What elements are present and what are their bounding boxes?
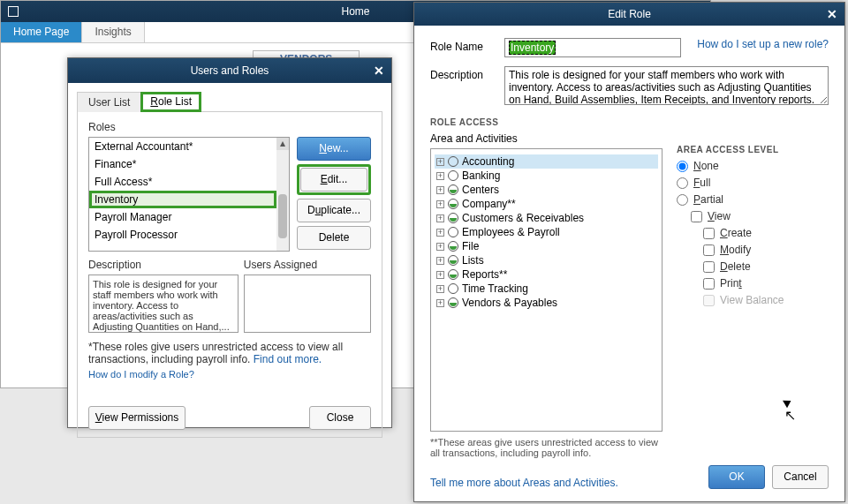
- access-indicator-icon: [448, 269, 458, 280]
- expand-icon[interactable]: +: [436, 257, 444, 265]
- list-item[interactable]: Payroll Processor: [89, 226, 276, 244]
- expand-icon[interactable]: +: [436, 229, 444, 237]
- tree-item[interactable]: +Time Tracking: [435, 282, 658, 296]
- close-button[interactable]: Close: [309, 406, 371, 430]
- access-indicator-icon: [448, 255, 458, 266]
- view-permissions-button[interactable]: View Permissions: [88, 406, 186, 430]
- check-view-balance: View Balance: [703, 294, 829, 306]
- tree-item[interactable]: +Employees & Payroll: [435, 225, 658, 239]
- role-buttons: New... Edit... Duplicate... Delete: [297, 137, 371, 252]
- role-name-label: Role Name: [430, 38, 496, 53]
- tree-item-label: Time Tracking: [462, 282, 528, 295]
- radio-partial[interactable]: Partial: [677, 193, 829, 206]
- role-access-header: ROLE ACCESS: [430, 117, 829, 127]
- check-print[interactable]: Print: [703, 277, 829, 290]
- tree-item[interactable]: +Company**: [435, 197, 658, 211]
- close-icon[interactable]: ✕: [827, 7, 837, 21]
- ok-button[interactable]: OK: [708, 465, 765, 489]
- modify-role-link[interactable]: How do I modify a Role?: [88, 369, 371, 380]
- roles-label: Roles: [88, 121, 371, 133]
- expand-icon[interactable]: +: [436, 299, 444, 307]
- tree-item[interactable]: +File: [435, 239, 658, 253]
- scrollbar[interactable]: ▴: [276, 138, 289, 251]
- tab-home-page[interactable]: Home Page: [1, 22, 82, 42]
- users-assigned-list: [244, 275, 371, 333]
- check-modify[interactable]: Modify: [703, 244, 829, 256]
- tree-item[interactable]: +Reports**: [435, 267, 658, 282]
- find-out-more-link[interactable]: Find out more.: [254, 353, 322, 365]
- access-indicator-icon: [448, 241, 458, 252]
- tell-me-more-link[interactable]: Tell me more about Areas and Activities.: [430, 477, 618, 489]
- roles-note: *These roles give users unrestricted acc…: [88, 341, 371, 365]
- list-item[interactable]: Payroll Manager: [89, 208, 276, 226]
- access-level-header: AREA ACCESS LEVEL: [677, 145, 829, 154]
- check-create[interactable]: Create: [703, 227, 829, 239]
- expand-icon[interactable]: +: [436, 186, 444, 194]
- list-item[interactable]: Full Access*: [89, 173, 276, 191]
- role-name-input[interactable]: Inventory: [504, 38, 681, 57]
- edit-role-titlebar: Edit Role ✕: [414, 3, 844, 26]
- roles-listbox[interactable]: External Accountant* Finance* Full Acces…: [88, 137, 290, 252]
- tab-user-list[interactable]: User List: [77, 92, 141, 112]
- restore-icon[interactable]: [8, 6, 19, 17]
- check-view[interactable]: View: [691, 210, 829, 222]
- role-list-panel: Roles External Accountant* Finance* Full…: [77, 111, 382, 438]
- dialog-tabs: User List Role List: [77, 92, 382, 112]
- scroll-thumb[interactable]: [278, 194, 287, 238]
- cancel-button[interactable]: Cancel: [772, 465, 829, 489]
- edit-role-title: Edit Role: [608, 8, 651, 20]
- radio-full[interactable]: Full: [677, 177, 829, 189]
- new-button[interactable]: New...: [297, 137, 371, 161]
- description-input[interactable]: This role is designed for your staff mem…: [504, 66, 829, 105]
- expand-icon[interactable]: +: [436, 243, 444, 251]
- tree-note: **These areas give users unrestricted ac…: [430, 437, 660, 458]
- list-item-selected[interactable]: Inventory: [89, 191, 276, 208]
- tree-item-label: Company**: [462, 198, 516, 210]
- expand-icon[interactable]: +: [436, 285, 444, 293]
- access-indicator-icon: [448, 184, 458, 195]
- tree-item[interactable]: +Vendors & Payables: [435, 296, 658, 310]
- list-item[interactable]: Finance*: [89, 155, 276, 173]
- access-indicator-icon: [448, 170, 458, 181]
- area-tree[interactable]: +Accounting+Banking+Centers+Company**+Cu…: [430, 148, 662, 432]
- tree-item[interactable]: +Centers: [435, 183, 658, 197]
- duplicate-button[interactable]: Duplicate...: [297, 199, 371, 222]
- roles-list-inner: External Accountant* Finance* Full Acces…: [89, 138, 276, 244]
- description-label: Description: [430, 66, 496, 81]
- check-delete[interactable]: Delete: [703, 260, 829, 273]
- delete-button[interactable]: Delete: [297, 226, 371, 250]
- expand-icon[interactable]: +: [436, 172, 444, 180]
- edit-role-dialog: Edit Role ✕ Role Name Inventory How do I…: [413, 2, 845, 502]
- close-icon[interactable]: ✕: [374, 64, 384, 78]
- tree-item[interactable]: +Customers & Receivables: [435, 211, 658, 225]
- users-roles-title: Users and Roles: [191, 64, 269, 77]
- tab-insights[interactable]: Insights: [82, 22, 144, 42]
- description-label: Description: [88, 259, 238, 271]
- tree-item-label: Customers & Receivables: [462, 212, 584, 224]
- tree-item-label: Employees & Payroll: [462, 226, 560, 238]
- edit-button-highlight: Edit...: [297, 164, 371, 195]
- users-roles-dialog: Users and Roles ✕ User List Role List Ro…: [67, 57, 392, 428]
- setup-role-link[interactable]: How do I set up a new role?: [697, 38, 829, 50]
- access-indicator-icon: [448, 213, 458, 223]
- access-indicator-icon: [448, 199, 458, 209]
- tree-item[interactable]: +Lists: [435, 253, 658, 267]
- tree-item[interactable]: +Accounting: [435, 154, 658, 169]
- access-indicator-icon: [448, 297, 458, 308]
- tree-item-label: Banking: [462, 169, 500, 182]
- list-item[interactable]: External Accountant*: [89, 138, 276, 155]
- radio-none[interactable]: None: [677, 160, 829, 172]
- tab-role-list[interactable]: Role List: [150, 95, 192, 108]
- edit-button[interactable]: Edit...: [300, 168, 367, 192]
- expand-icon[interactable]: +: [436, 158, 444, 166]
- expand-icon[interactable]: +: [436, 214, 444, 222]
- access-indicator-icon: [448, 227, 458, 237]
- expand-icon[interactable]: +: [436, 271, 444, 279]
- description-textarea: This role is designed for your staff mem…: [88, 275, 238, 333]
- tree-item-label: Lists: [462, 254, 484, 267]
- tab-role-list-highlight: Role List: [140, 92, 201, 112]
- scroll-up-icon[interactable]: ▴: [276, 138, 289, 150]
- tree-item[interactable]: +Banking: [435, 169, 658, 183]
- main-title: Home: [341, 5, 369, 18]
- expand-icon[interactable]: +: [436, 200, 444, 208]
